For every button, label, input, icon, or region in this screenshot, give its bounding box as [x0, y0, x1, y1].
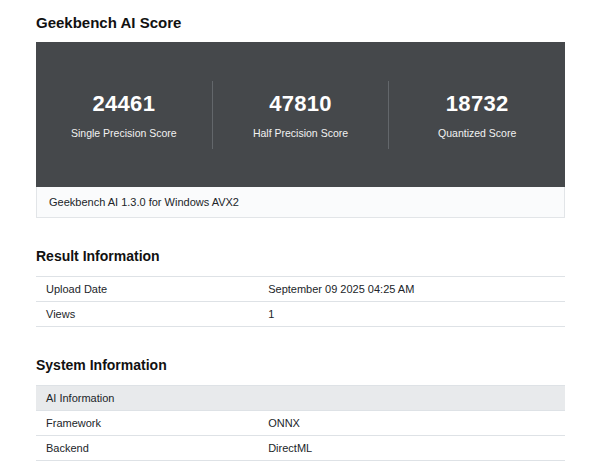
row-value-upload-date: September 09 2025 04:25 AM: [258, 277, 565, 302]
ai-information-subheader: AI Information: [36, 386, 565, 411]
half-precision-score-label: Half Precision Score: [213, 127, 389, 139]
table-row: Framework ONNX: [36, 411, 565, 436]
system-information-section: System Information AI Information Framew…: [36, 357, 565, 469]
single-precision-score-label: Single Precision Score: [36, 127, 212, 139]
score-item-quantized: 18732 Quantized Score: [388, 81, 565, 149]
score-item-half-precision: 47810 Half Precision Score: [212, 81, 389, 149]
table-row: Views 1: [36, 302, 565, 327]
system-information-heading: System Information: [36, 357, 565, 373]
row-value-backend: DirectML: [258, 436, 565, 461]
single-precision-score-value: 24461: [36, 91, 212, 117]
half-precision-score-value: 47810: [213, 91, 389, 117]
row-label-upload-date: Upload Date: [36, 277, 258, 302]
row-label-framework: Framework: [36, 411, 258, 436]
result-information-heading: Result Information: [36, 248, 565, 264]
score-box: 24461 Single Precision Score 47810 Half …: [36, 42, 565, 187]
row-label-views: Views: [36, 302, 258, 327]
system-information-table: AI Information Framework ONNX Backend Di…: [36, 385, 565, 469]
row-label-backend: Backend: [36, 436, 258, 461]
row-value-views: 1: [258, 302, 565, 327]
score-item-single-precision: 24461 Single Precision Score: [36, 81, 212, 149]
table-row: Device NVIDIA GeForce RTX 5060 Ti: [36, 461, 565, 469]
row-value-device: NVIDIA GeForce RTX 5060 Ti: [258, 461, 565, 469]
geekbench-version-caption: Geekbench AI 1.3.0 for Windows AVX2: [36, 187, 565, 218]
table-subheader-row: AI Information: [36, 386, 565, 411]
result-information-section: Result Information Upload Date September…: [36, 248, 565, 327]
row-value-framework: ONNX: [258, 411, 565, 436]
row-label-device: Device: [36, 461, 258, 469]
table-row: Backend DirectML: [36, 436, 565, 461]
table-row: Upload Date September 09 2025 04:25 AM: [36, 277, 565, 302]
result-information-table: Upload Date September 09 2025 04:25 AM V…: [36, 276, 565, 327]
page-container: Geekbench AI Score 24461 Single Precisio…: [0, 0, 600, 469]
quantized-score-value: 18732: [389, 91, 565, 117]
page-title: Geekbench AI Score: [36, 14, 565, 31]
quantized-score-label: Quantized Score: [389, 127, 565, 139]
